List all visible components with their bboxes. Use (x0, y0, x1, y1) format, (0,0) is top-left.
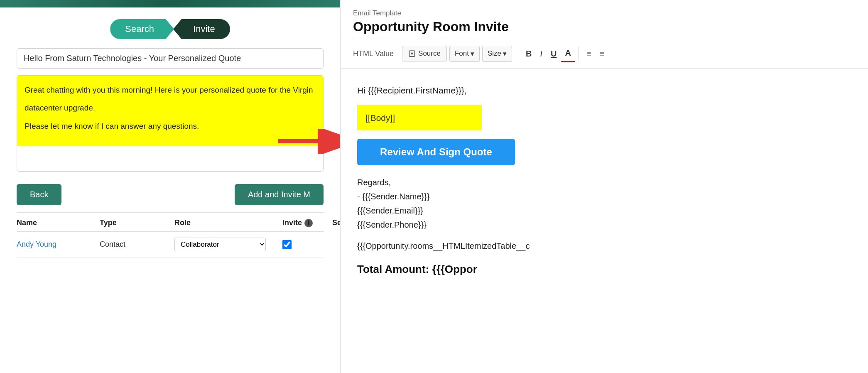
regards-line1: Regards, (357, 175, 851, 189)
invite-info-icon[interactable]: i (304, 219, 313, 227)
invite-checkbox[interactable] (282, 240, 292, 249)
size-dropdown[interactable]: Size ▾ (482, 46, 512, 62)
col-role: Role (174, 218, 282, 227)
left-panel: Search Invite Great chatting with you th… (0, 0, 341, 373)
review-sign-label: Review And Sign Quote (380, 146, 492, 157)
font-color-button[interactable]: A (561, 45, 575, 62)
subject-input[interactable] (24, 54, 316, 63)
regards-line3: {{{Sender.Email}}} (357, 204, 851, 218)
font-chevron-icon: ▾ (471, 49, 474, 58)
top-banner (0, 0, 340, 7)
email-regards: Regards, - {{{Sender.Name}}} {{{Sender.E… (357, 175, 851, 232)
body-placeholder: [[Body]] (357, 105, 482, 131)
italic-icon: I (540, 49, 542, 58)
unordered-list-icon: ≡ (600, 49, 605, 58)
review-sign-button[interactable]: Review And Sign Quote (357, 139, 515, 165)
source-label: Source (418, 49, 441, 58)
add-invite-button[interactable]: Add and Invite M (235, 184, 324, 205)
body-textarea-wrap: Great chatting with you this morning! He… (17, 75, 324, 172)
email-body[interactable]: Hi {{{Recipient.FirstName}}}, [[Body]] R… (341, 69, 868, 293)
contact-invite-cell (282, 240, 332, 249)
bold-icon: B (526, 49, 532, 58)
font-color-icon: A (565, 48, 571, 57)
html-value-label: HTML Value (353, 49, 394, 58)
action-row: Back Add and Invite M (0, 180, 340, 212)
table-row: Andy Young Contact Collaborator Viewer S… (17, 232, 324, 258)
email-toolbar: HTML Value Source Font ▾ Size ▾ B I U A (341, 39, 868, 69)
right-header: Email Template Opportunity Room Invite (341, 0, 868, 39)
toolbar-separator-2 (579, 47, 579, 60)
font-label: Font (455, 49, 469, 58)
size-chevron-icon: ▾ (503, 49, 507, 58)
contact-role-cell: Collaborator Viewer Signer (174, 238, 282, 251)
underline-icon: U (551, 49, 557, 58)
contacts-table: Name Type Role Invite i Se Andy Young Co… (17, 212, 324, 258)
arrow-indicator (274, 129, 341, 154)
contact-name[interactable]: Andy Young (17, 240, 100, 249)
email-greeting: Hi {{{Recipient.FirstName}}}, (357, 83, 851, 98)
role-select[interactable]: Collaborator Viewer Signer (174, 238, 266, 251)
email-total: Total Amount: {{{Oppor (357, 261, 851, 278)
regards-line4: {{{Sender.Phone}}} (357, 218, 851, 232)
ordered-list-icon: ≡ (586, 49, 591, 58)
add-invite-label: Add and Invite M (248, 190, 310, 199)
toolbar-separator-1 (518, 47, 518, 60)
email-template-label: Email Template (353, 9, 856, 17)
source-icon (408, 50, 416, 57)
subject-field-wrap (17, 48, 324, 69)
table-header-row: Name Type Role Invite i Se (17, 213, 324, 232)
email-footer: {{{Opportunity.rooms__HTMLItemizedTable_… (357, 239, 851, 253)
right-panel: Email Template Opportunity Room Invite H… (341, 0, 868, 373)
panel-title: Opportunity Room Invite (353, 19, 856, 34)
contact-type: Contact (100, 240, 174, 249)
size-label: Size (488, 49, 501, 58)
bold-button[interactable]: B (522, 46, 536, 62)
step-navigation: Search Invite (0, 7, 340, 48)
underline-button[interactable]: U (547, 46, 561, 62)
font-dropdown[interactable]: Font ▾ (449, 46, 480, 62)
col-name: Name (17, 218, 100, 227)
italic-button[interactable]: I (536, 46, 547, 62)
source-button[interactable]: Source (402, 46, 447, 61)
unordered-list-button[interactable]: ≡ (596, 46, 609, 62)
body-line2: datacenter upgrade. (25, 102, 316, 114)
body-line3: Please let me know if I can answer any q… (25, 120, 316, 132)
body-line1: Great chatting with you this morning! He… (25, 84, 316, 96)
step-invite-label: Invite (193, 24, 215, 34)
col-type: Type (100, 218, 174, 227)
step-invite-button[interactable]: Invite (173, 19, 230, 39)
step-search-label: Search (125, 24, 154, 34)
col-invite: Invite i (282, 218, 332, 227)
back-button[interactable]: Back (17, 184, 61, 205)
ordered-list-button[interactable]: ≡ (582, 46, 596, 62)
col-se: Se (332, 218, 341, 227)
back-label: Back (30, 190, 48, 199)
regards-line2: - {{{Sender.Name}}} (357, 189, 851, 204)
step-search-button[interactable]: Search (110, 19, 174, 39)
